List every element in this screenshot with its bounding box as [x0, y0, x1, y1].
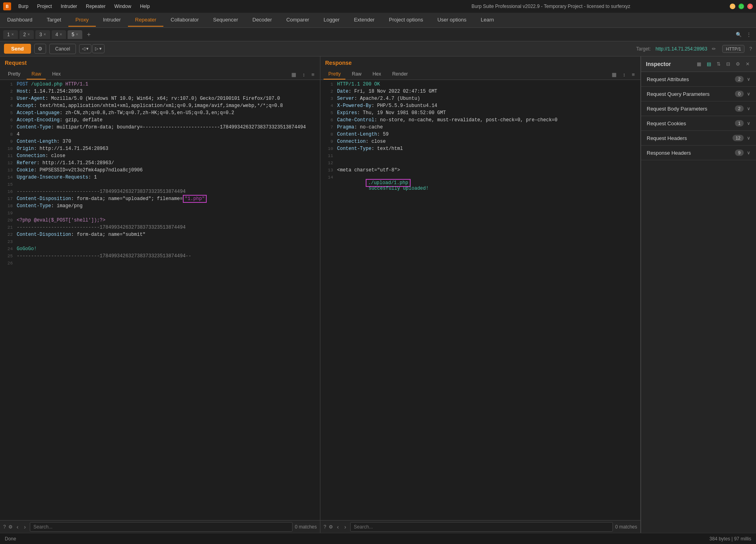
- response-search-settings-icon[interactable]: ⚙: [329, 524, 333, 530]
- tab-intruder[interactable]: Intruder: [96, 14, 128, 27]
- table-row: 7Content-Type: multipart/form-data; boun…: [0, 124, 320, 132]
- request-tab-raw[interactable]: Raw: [27, 69, 46, 80]
- maximize-button[interactable]: □: [739, 4, 744, 9]
- toolbar: Send ⚙ Cancel ◁ ▾ ▷ ▾ Target: http://1.1…: [0, 41, 756, 56]
- response-panel: Response Pretty Raw Hex Render ▦ ↕ ≡ 1HT…: [320, 56, 641, 533]
- minimize-button[interactable]: −: [730, 4, 735, 9]
- tab-collaborator[interactable]: Collaborator: [163, 14, 206, 27]
- tab-logger[interactable]: Logger: [316, 14, 347, 27]
- tab-target[interactable]: Target: [40, 14, 68, 27]
- main-content: Request Pretty Raw Hex ▦ ↕ ≡ 1POST /uplo…: [0, 56, 756, 533]
- inspector-section-request-body-header[interactable]: Request Body Parameters 2 ∨: [641, 101, 756, 116]
- forward-button[interactable]: ▷ ▾: [92, 44, 105, 53]
- menu-intruder[interactable]: Intruder: [57, 2, 81, 11]
- inspector-section-request-query-header[interactable]: Request Query Parameters 0 ∨: [641, 87, 756, 101]
- more-options-icon[interactable]: ⋮: [745, 30, 753, 39]
- inspector-section-request-headers-header[interactable]: Request Headers 12 ∨: [641, 131, 756, 145]
- rep-tab-5[interactable]: 5 ×: [68, 30, 82, 39]
- response-title: Response: [325, 60, 352, 66]
- http-version-badge[interactable]: HTTP/1: [722, 45, 744, 53]
- history-navigation: ◁ ▾ ▷ ▾: [79, 44, 105, 53]
- tab-extender[interactable]: Extender: [347, 14, 382, 27]
- request-view-icon3[interactable]: ≡: [309, 70, 317, 79]
- inspector-icon-arrows[interactable]: ⇅: [715, 60, 722, 68]
- request-view-icon2[interactable]: ↕: [300, 70, 308, 79]
- response-search-prev-button[interactable]: ‹: [335, 523, 341, 531]
- table-row: 19: [0, 210, 320, 218]
- rep-tab-1[interactable]: 1 ×: [3, 30, 18, 39]
- table-row: 10Content-Type: text/html: [320, 146, 640, 153]
- table-row: 9Content-Length: 370: [0, 139, 320, 146]
- tab-proxy[interactable]: Proxy: [68, 14, 96, 27]
- menu-repeater[interactable]: Repeater: [82, 2, 109, 11]
- search-next-button[interactable]: ›: [22, 523, 27, 531]
- request-tab-pretty[interactable]: Pretty: [3, 69, 25, 80]
- add-tab-button[interactable]: +: [84, 29, 94, 40]
- inspector-section-request-attributes-header[interactable]: Request Attributes 2 ∨: [641, 72, 756, 86]
- tab-decoder[interactable]: Decoder: [245, 14, 279, 27]
- menu-project[interactable]: Project: [33, 2, 56, 11]
- menu-window[interactable]: Window: [110, 2, 135, 11]
- response-tab-pretty[interactable]: Pretty: [324, 69, 345, 80]
- tab-learn[interactable]: Learn: [473, 14, 501, 27]
- tab-comparer[interactable]: Comparer: [279, 14, 316, 27]
- table-row: 3User-Agent: Mozilla/5.0 (Windows NT 10.…: [0, 96, 320, 103]
- help-icon[interactable]: ?: [749, 46, 752, 52]
- response-view-icon3[interactable]: ≡: [629, 70, 637, 79]
- search-help-icon[interactable]: ?: [3, 524, 6, 530]
- table-row: 5Expires: Thu, 19 Nov 1981 08:52:00 GMT: [320, 110, 640, 117]
- rep-tab-4[interactable]: 4 ×: [52, 30, 66, 39]
- inspector-close-icon[interactable]: ✕: [744, 60, 751, 68]
- tab-dashboard[interactable]: Dashboard: [0, 14, 40, 27]
- settings-button[interactable]: ⚙: [34, 44, 46, 54]
- menu-help[interactable]: Help: [136, 2, 154, 11]
- inspector-icon-list[interactable]: ▤: [705, 60, 713, 68]
- tab-sequencer[interactable]: Sequencer: [206, 14, 245, 27]
- rep-tab-2[interactable]: 2 ×: [19, 30, 34, 39]
- rep-tab-3[interactable]: 3 ×: [35, 30, 50, 39]
- table-row: 4Accept: text/html,application/xhtml+xml…: [0, 103, 320, 110]
- inspector-section-request-attributes: Request Attributes 2 ∨: [641, 72, 756, 87]
- close-button[interactable]: ×: [747, 4, 753, 9]
- response-tab-render[interactable]: Render: [388, 69, 413, 80]
- menu-burp[interactable]: Burp: [14, 2, 32, 11]
- search-icon[interactable]: 🔍: [734, 30, 743, 39]
- tab-user-options[interactable]: User options: [430, 14, 473, 27]
- request-view-icon1[interactable]: ▦: [289, 70, 299, 79]
- response-view-icon2[interactable]: ↕: [620, 70, 628, 79]
- inspector-icon-grid[interactable]: ▦: [695, 60, 703, 68]
- search-settings-icon[interactable]: ⚙: [8, 524, 13, 530]
- inspector-section-request-body-count: 2: [735, 105, 744, 112]
- inspector-section-request-attributes-count: 2: [735, 76, 744, 82]
- request-tab-icons: ▦ ↕ ≡: [289, 70, 317, 79]
- response-search-next-button[interactable]: ›: [343, 523, 348, 531]
- inspector-section-response-headers-header[interactable]: Response Headers 9 ∨: [641, 146, 756, 160]
- inspector-gear-icon[interactable]: ⚙: [734, 60, 742, 68]
- tab-repeater[interactable]: Repeater: [128, 14, 163, 27]
- response-view-icon1[interactable]: ▦: [609, 70, 619, 79]
- inspector-section-request-cookies-count: 1: [735, 120, 744, 126]
- request-search-input[interactable]: [30, 522, 293, 532]
- search-prev-button[interactable]: ‹: [15, 523, 20, 531]
- request-tab-hex[interactable]: Hex: [47, 69, 65, 80]
- response-tab-raw[interactable]: Raw: [347, 69, 366, 80]
- send-button[interactable]: Send: [4, 44, 31, 54]
- inspector-icon-split[interactable]: ⊟: [725, 60, 732, 68]
- response-code-area[interactable]: 1HTTP/1.1 200 OK 2Date: Fri, 18 Nov 2022…: [320, 80, 640, 520]
- response-search-help-icon[interactable]: ?: [324, 524, 326, 530]
- target-url: http://1.14.71.254:28963: [655, 46, 707, 52]
- inspector-section-request-query: Request Query Parameters 0 ∨: [641, 87, 756, 101]
- window-controls: − □ ×: [730, 4, 753, 9]
- request-code-area[interactable]: 1POST /upload.php HTTP/1.1 2Host: 1.14.7…: [0, 80, 320, 520]
- table-row: 5Accept-Language: zh-CN,zh;q=0.8,zh-TW;q…: [0, 110, 320, 117]
- tab-project-options[interactable]: Project options: [382, 14, 430, 27]
- edit-target-icon[interactable]: ✏: [712, 46, 716, 52]
- table-row: 8Content-Length: 59: [320, 132, 640, 139]
- response-tab-hex[interactable]: Hex: [368, 69, 386, 80]
- response-tabs: Pretty Raw Hex Render ▦ ↕ ≡: [320, 68, 640, 80]
- inspector-section-request-cookies-header[interactable]: Request Cookies 1 ∨: [641, 116, 756, 130]
- cancel-button[interactable]: Cancel: [49, 44, 76, 54]
- response-search-input[interactable]: [350, 522, 613, 532]
- back-button[interactable]: ◁ ▾: [79, 44, 91, 53]
- table-row: 11: [320, 153, 640, 160]
